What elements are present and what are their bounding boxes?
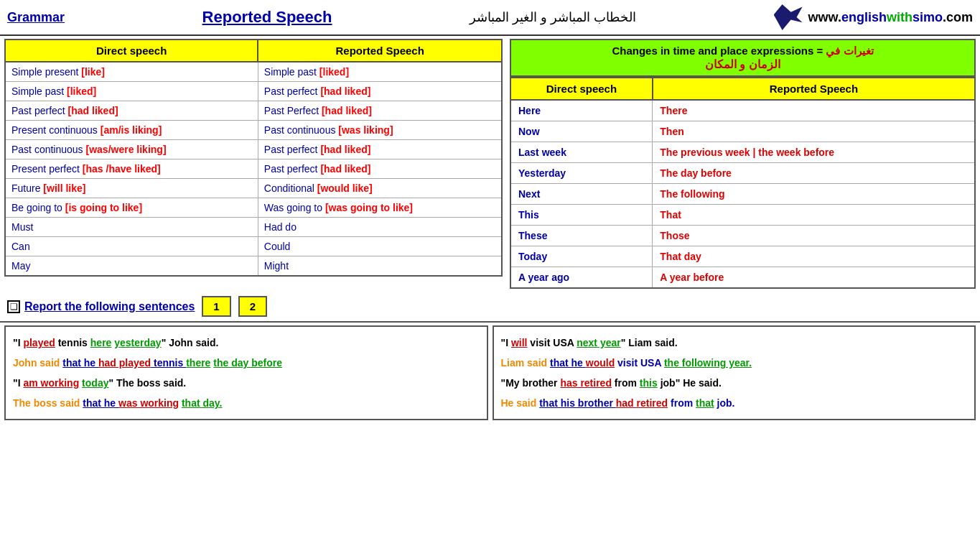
right-example-line4: He said that his brother had retired fro… [501,393,968,413]
changes-reported-3: The day before [653,163,975,184]
grammar-col1-header: Direct speech [5,40,258,62]
changes-reported-6: Those [653,226,975,246]
changes-reported-7: That day [653,246,975,267]
grammar-row-4: Past continuous [was/were liking]Past pe… [5,140,502,159]
left-example-box: "I played tennis here yesterday" John sa… [4,325,488,420]
changes-row-0: HereThere [510,100,975,121]
changes-reported-8: A year before [653,267,975,289]
grammar-row-6: Future [will like]Conditional [would lik… [5,179,502,198]
grammar-row-8: MustHad do [5,218,502,237]
left-example-line1: "I played tennis here yesterday" John sa… [13,333,480,353]
changes-direct-3: Yesterday [510,163,653,184]
grammar-direct-5: Present perfect [has /have liked] [5,159,258,179]
grammar-direct-4: Past continuous [was/were liking] [5,140,258,159]
grammar-reported-1: Past perfect [had liked] [258,82,502,101]
main-content: Direct speech Reported Speech Simple pre… [0,36,980,292]
changes-header: Changes in time and place expressions = … [510,39,976,77]
right-example-line1: "I will visit USA next year" Liam said. [501,333,968,353]
changes-arabic: الزمان و المكان [518,57,967,71]
changes-row-5: ThisThat [510,205,975,226]
changes-direct-5: This [510,205,653,226]
changes-reported-0: There [653,100,975,121]
changes-col2-header: Reported Speech [653,78,975,100]
grammar-direct-9: Can [5,237,258,256]
grammar-reported-6: Conditional [would like] [258,179,502,198]
changes-direct-4: Next [510,184,653,205]
grammar-direct-6: Future [will like] [5,179,258,198]
changes-row-6: TheseThose [510,226,975,246]
grammar-direct-0: Simple present [like] [5,62,258,82]
changes-row-8: A year agoA year before [510,267,975,289]
page-2-button[interactable]: 2 [238,296,267,317]
checkbox-icon[interactable]: ❏ [7,300,20,313]
changes-reported-5: That [653,205,975,226]
grammar-label: Grammar [7,10,65,25]
report-label-area: ❏ Report the following sentences [7,300,195,313]
right-example-box: "I will visit USA next year" Liam said. … [493,325,976,420]
page-1-button[interactable]: 1 [202,296,230,317]
report-label: Report the following sentences [24,300,195,313]
arabic-title: الخطاب المباشر و الغير المباشر [470,9,636,25]
grammar-row-2: Past perfect [had liked]Past Perfect [ha… [5,101,502,121]
grammar-reported-4: Past perfect [had liked] [258,140,502,159]
changes-row-2: Last weekThe previous week | the week be… [510,142,975,163]
grammar-table: Direct speech Reported Speech Simple pre… [4,39,503,277]
examples-section: "I played tennis here yesterday" John sa… [0,321,980,423]
changes-direct-1: Now [510,121,653,142]
left-section: Direct speech Reported Speech Simple pre… [4,39,507,289]
changes-reported-1: Then [653,121,975,142]
grammar-direct-3: Present continuous [am/is liking] [5,121,258,140]
grammar-col2-header: Reported Speech [258,40,502,62]
grammar-reported-0: Simple past [liked] [258,62,502,82]
grammar-row-0: Simple present [like]Simple past [liked] [5,62,502,82]
grammar-reported-2: Past Perfect [had liked] [258,101,502,121]
left-example-line4: The boss said that he was working that d… [13,393,480,413]
changes-row-3: YesterdayThe day before [510,163,975,184]
bottom-nav: ❏ Report the following sentences 1 2 [0,292,980,321]
changes-direct-6: These [510,226,653,246]
grammar-row-3: Present continuous [am/is liking]Past co… [5,121,502,140]
grammar-row-5: Present perfect [has /have liked]Past pe… [5,159,502,179]
grammar-direct-7: Be going to [is going to like] [5,198,258,218]
changes-direct-7: Today [510,246,653,267]
page-title: Reported Speech [202,8,332,27]
grammar-reported-9: Could [258,237,502,256]
grammar-row-9: CanCould [5,237,502,256]
changes-direct-0: Here [510,100,653,121]
grammar-reported-8: Had do [258,218,502,237]
grammar-reported-3: Past continuous [was liking] [258,121,502,140]
changes-direct-8: A year ago [510,267,653,289]
changes-row-4: NextThe following [510,184,975,205]
right-example-line2: Liam said that he would visit USA the fo… [501,353,968,373]
grammar-reported-5: Past perfect [had liked] [258,159,502,179]
left-example-line2: John said that he had played tennis ther… [13,353,480,373]
changes-row-1: NowThen [510,121,975,142]
changes-table: Direct speech Reported Speech HereThereN… [510,77,976,289]
right-example-line3: "My brother has retired from this job" H… [501,373,968,393]
changes-direct-2: Last week [510,142,653,163]
website-url: www.englishwithsimo.com [808,10,973,25]
grammar-direct-1: Simple past [liked] [5,82,258,101]
grammar-reported-7: Was going to [was going to like] [258,198,502,218]
grammar-reported-10: Might [258,256,502,277]
grammar-direct-10: May [5,256,258,277]
right-section: Changes in time and place expressions = … [507,39,976,289]
grammar-row-7: Be going to [is going to like]Was going … [5,198,502,218]
grammar-row-10: MayMight [5,256,502,277]
header: Grammar Reported Speech الخطاب المباشر و… [0,0,980,36]
grammar-direct-2: Past perfect [had liked] [5,101,258,121]
changes-reported-4: The following [653,184,975,205]
bird-icon [774,4,803,30]
changes-col1-header: Direct speech [510,78,653,100]
logo-area: www.englishwithsimo.com [774,4,973,30]
changes-reported-2: The previous week | the week before [653,142,975,163]
changes-english: Changes in time and place expressions = … [612,45,873,57]
grammar-row-1: Simple past [liked]Past perfect [had lik… [5,82,502,101]
grammar-direct-8: Must [5,218,258,237]
changes-row-7: TodayThat day [510,246,975,267]
left-example-line3: "I am working today" The boss said. [13,373,480,393]
